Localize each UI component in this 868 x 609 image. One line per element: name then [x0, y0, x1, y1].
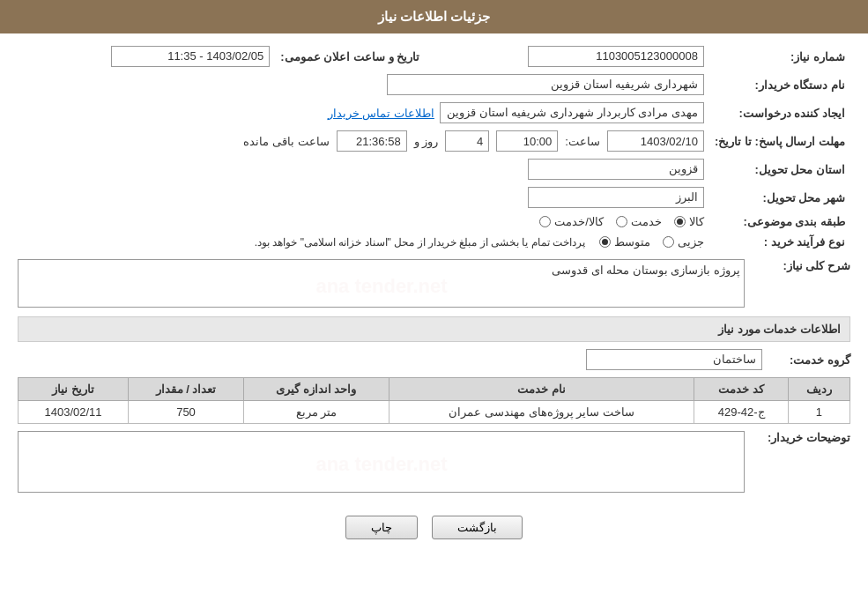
province-cell: قزوین — [18, 155, 709, 183]
main-form-table: شماره نیاز: 1103005123000008 تاریخ و ساع… — [18, 42, 850, 252]
purchase-type-cell: جزیی متوسط پرداخت تمام یا بخشی از مبلغ خ… — [18, 232, 709, 252]
print-button[interactable]: چاپ — [345, 516, 418, 539]
category-radio-2[interactable] — [616, 216, 627, 227]
need-number-label: شماره نیاز: — [709, 42, 850, 71]
purchase-type-option-2-label: متوسط — [614, 235, 650, 249]
service-group-label: گروه خدمت: — [771, 353, 850, 367]
table-row: 1 ج-42-429 ساخت سایر پروژه‌های مهندسی عم… — [19, 401, 850, 424]
category-label: طبقه بندی موضوعی: — [709, 212, 850, 232]
deadline-time: 10:00 — [496, 130, 558, 152]
province-label: استان محل تحویل: — [709, 155, 850, 183]
creator-label: ایجاد کننده درخواست: — [709, 99, 850, 127]
buyer-notes-box: ana tender.net — [18, 431, 745, 493]
col-header-date: تاریخ نیاز — [19, 378, 129, 401]
purchase-type-radio-group: جزیی متوسط — [599, 235, 704, 249]
city-cell: البرز — [18, 183, 709, 212]
notes-watermark-svg: ana tender.net — [293, 440, 470, 484]
purchase-type-radio-2[interactable] — [599, 236, 611, 248]
description-section: شرح کلی نیاز: ana tender.net پروژه بازسا… — [18, 259, 850, 308]
description-label: شرح کلی نیاز: — [753, 259, 850, 272]
purchase-notice: پرداخت تمام یا بخشی از مبلغ خریدار از مح… — [255, 236, 585, 249]
col-header-row-num: ردیف — [788, 378, 849, 401]
category-option-1-label: کالا — [689, 215, 704, 228]
svg-text:ana tender.net: ana tender.net — [315, 275, 448, 297]
col-header-service-name: نام خدمت — [389, 378, 694, 401]
cell-service-name: ساخت سایر پروژه‌های مهندسی عمران — [389, 401, 694, 424]
purchase-type-label: نوع فرآیند خرید : — [709, 232, 850, 252]
cell-date: 1403/02/11 — [19, 401, 129, 424]
contact-link[interactable]: اطلاعات تماس خریدار — [328, 107, 434, 120]
category-option-1[interactable]: کالا — [674, 215, 704, 228]
buyer-org-label: نام دستگاه خریدار: — [709, 71, 850, 99]
announcement-cell: 1403/02/05 - 11:35 — [18, 42, 275, 71]
creator-value: مهدی مرادی کاربردار شهرداری شریفیه استان… — [440, 102, 704, 123]
remaining-days-label: روز و — [414, 135, 439, 148]
category-radio-3[interactable] — [539, 216, 551, 227]
category-option-3-label: کالا/خدمت — [554, 215, 604, 228]
cell-row-num: 1 — [788, 401, 849, 424]
city-label: شهر محل تحویل: — [709, 183, 850, 212]
category-option-2-label: خدمت — [631, 215, 662, 228]
remaining-time: 21:36:58 — [337, 130, 407, 152]
city-value: البرز — [528, 187, 704, 208]
purchase-type-option-1-label: جزیی — [678, 235, 704, 249]
button-row: بازگشت چاپ — [18, 501, 850, 553]
page-header: جزئیات اطلاعات نیاز — [0, 0, 868, 33]
svg-text:ana tender.net: ana tender.net — [315, 453, 448, 475]
col-header-service-code: کد خدمت — [694, 378, 788, 401]
buyer-notes-section: توضیحات خریدار: ana tender.net — [18, 431, 850, 493]
service-group-value: ساختمان — [586, 349, 762, 370]
page-title: جزئیات اطلاعات نیاز — [378, 9, 490, 24]
cell-quantity: 750 — [129, 401, 244, 424]
content-area: شماره نیاز: 1103005123000008 تاریخ و ساع… — [0, 33, 868, 562]
services-section-title: اطلاعات خدمات مورد نیاز — [18, 316, 850, 342]
col-header-unit: واحد اندازه گیری — [243, 378, 389, 401]
need-number-cell: 1103005123000008 — [425, 42, 709, 71]
remaining-suffix: ساعت باقی مانده — [243, 135, 329, 148]
category-option-3[interactable]: کالا/خدمت — [539, 215, 604, 228]
category-option-2[interactable]: خدمت — [616, 215, 662, 228]
creator-cell: مهدی مرادی کاربردار شهرداری شریفیه استان… — [18, 99, 709, 127]
deadline-cell: 1403/02/10 ساعت: 10:00 4 روز و 21:36:58 … — [18, 127, 709, 155]
deadline-label: مهلت ارسال پاسخ: تا تاریخ: — [709, 127, 850, 155]
need-number-value: 1103005123000008 — [528, 46, 704, 67]
page-wrapper: جزئیات اطلاعات نیاز شماره نیاز: 11030051… — [0, 0, 868, 609]
deadline-date: 1403/02/10 — [607, 130, 704, 152]
purchase-type-option-2[interactable]: متوسط — [599, 235, 650, 249]
col-header-quantity: تعداد / مقدار — [129, 378, 244, 401]
cell-service-code: ج-42-429 — [694, 401, 788, 424]
buyer-notes-label: توضیحات خریدار: — [753, 431, 850, 444]
buyer-org-cell: شهرداری شریفیه استان قزوین — [18, 71, 709, 99]
announcement-value: 1403/02/05 - 11:35 — [111, 46, 270, 67]
description-area: ana tender.net پروژه بازسازی بوستان محله… — [18, 259, 745, 308]
category-radio-1[interactable] — [674, 216, 686, 227]
services-table: ردیف کد خدمت نام خدمت واحد اندازه گیری ت… — [18, 377, 850, 424]
service-group-row: گروه خدمت: ساختمان — [18, 349, 850, 370]
description-value: پروژه بازسازی بوستان محله ای قدوسی — [22, 264, 740, 277]
deadline-time-label: ساعت: — [565, 135, 600, 148]
purchase-type-radio-1[interactable] — [663, 236, 674, 248]
buyer-org-value: شهرداری شریفیه استان قزوین — [387, 74, 704, 95]
category-radio-group: کالا خدمت کالا/خدمت — [539, 215, 704, 228]
announcement-label: تاریخ و ساعت اعلان عمومی: — [275, 42, 425, 71]
purchase-type-option-1[interactable]: جزیی — [663, 235, 704, 249]
remaining-days: 4 — [445, 130, 489, 152]
category-cell: کالا خدمت کالا/خدمت — [18, 212, 709, 232]
cell-unit: متر مربع — [243, 401, 389, 424]
back-button[interactable]: بازگشت — [432, 516, 523, 539]
province-value: قزوین — [528, 159, 704, 180]
